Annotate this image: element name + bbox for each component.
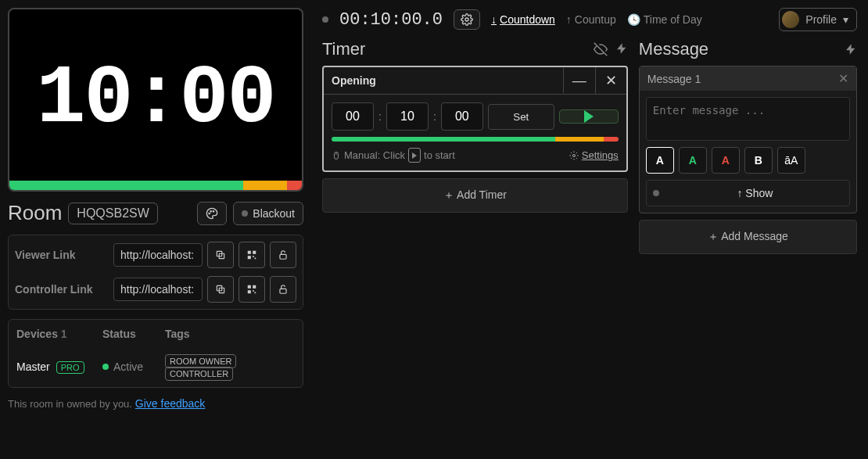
seconds-input[interactable]: [441, 102, 483, 131]
manual-hint: Manual: Click to start: [332, 148, 455, 163]
close-button[interactable]: ✕: [838, 71, 848, 86]
owned-text: This room in owned by you.: [8, 398, 132, 410]
status-dot-icon: [102, 364, 109, 370]
pro-badge: PRO: [56, 361, 84, 374]
progress-strip: [9, 181, 302, 190]
profile-button[interactable]: Profile ▾: [779, 8, 857, 31]
hours-input[interactable]: [332, 102, 374, 131]
style-bold-button[interactable]: B: [744, 147, 773, 174]
style-red-button[interactable]: A: [712, 147, 740, 174]
style-case-button[interactable]: āA: [777, 147, 805, 174]
gear-icon: [461, 13, 473, 26]
tags-header: Tags: [165, 328, 295, 340]
svg-point-2: [213, 210, 214, 211]
mode-time-of-day[interactable]: 🕓 Time of Day: [627, 13, 702, 26]
timer-display: 10:00: [8, 8, 303, 192]
palette-button[interactable]: [197, 202, 227, 225]
svg-rect-14: [253, 285, 256, 289]
minimize-button[interactable]: —: [564, 68, 595, 94]
svg-point-22: [572, 154, 575, 156]
show-button[interactable]: ↑ Show: [667, 187, 843, 199]
svg-point-1: [210, 210, 211, 211]
add-timer-button[interactable]: ＋ Add Timer: [322, 178, 628, 213]
controller-link-label: Controller Link: [15, 283, 109, 296]
controller-link-input[interactable]: [113, 278, 203, 301]
set-button[interactable]: Set: [488, 104, 554, 130]
lock-controller-button[interactable]: [270, 276, 296, 303]
qr-viewer-button[interactable]: [239, 242, 265, 268]
arrow-down-icon: ↓: [491, 13, 497, 26]
dot-icon: [242, 210, 248, 217]
message-panel-title: Message: [639, 39, 708, 59]
plus-icon: ＋: [443, 188, 454, 201]
tag-pill: CONTROLLER: [165, 367, 233, 381]
mouse-icon: [332, 151, 341, 160]
timer-settings-link[interactable]: Settings: [582, 149, 619, 161]
svg-rect-18: [280, 289, 286, 293]
timer-name[interactable]: Opening: [324, 68, 564, 93]
eye-off-icon[interactable]: [594, 42, 608, 56]
close-button[interactable]: ✕: [595, 67, 626, 94]
add-message-button[interactable]: ＋ Add Message: [639, 220, 857, 254]
copy-icon: [215, 249, 226, 260]
style-white-button[interactable]: A: [646, 147, 674, 174]
device-row: Master PRO Active ROOM OWNER CONTROLLER: [9, 348, 303, 387]
timer-big-time: 10:00: [36, 53, 274, 146]
device-status: Active: [113, 360, 143, 373]
svg-point-0: [209, 213, 210, 213]
mode-countup[interactable]: ↑ Countup: [566, 13, 616, 26]
svg-rect-17: [255, 292, 256, 294]
qr-icon: [246, 249, 257, 260]
palette-icon: [206, 207, 218, 220]
play-icon: [584, 110, 594, 123]
unlock-icon: [278, 249, 289, 260]
copy-icon: [215, 284, 226, 295]
room-code[interactable]: HQQSB2SW: [68, 203, 157, 224]
message-textarea[interactable]: [646, 97, 850, 141]
qr-controller-button[interactable]: [239, 276, 265, 303]
lock-viewer-button[interactable]: [270, 242, 296, 268]
minutes-input[interactable]: [386, 102, 429, 131]
devices-header: Devices: [16, 328, 58, 340]
message-card: Message 1 ✕ A A A B āA: [639, 66, 857, 213]
arrow-up-icon: ↑: [737, 187, 742, 199]
devices-count: 1: [61, 328, 67, 340]
blackout-label: Blackout: [253, 207, 295, 220]
svg-point-19: [465, 18, 468, 21]
avatar: [782, 11, 799, 28]
svg-rect-16: [253, 290, 254, 292]
copy-controller-button[interactable]: [207, 276, 234, 303]
svg-rect-5: [248, 251, 251, 254]
style-green-button[interactable]: A: [679, 147, 707, 174]
viewer-link-input[interactable]: [113, 243, 203, 267]
status-header: Status: [102, 328, 165, 340]
viewer-link-label: Viewer Link: [15, 249, 109, 261]
svg-rect-7: [248, 256, 251, 259]
unlock-icon: [278, 284, 289, 295]
mode-countdown[interactable]: ↓ Countdown: [491, 13, 555, 26]
svg-rect-8: [253, 256, 254, 257]
status-dot-icon: [322, 16, 328, 23]
svg-rect-9: [255, 258, 256, 260]
settings-button[interactable]: [454, 9, 480, 30]
plus-icon: ＋: [708, 230, 719, 242]
bolt-icon[interactable]: [845, 43, 857, 56]
room-label: Room: [8, 201, 62, 225]
profile-label: Profile: [805, 13, 837, 26]
bolt-icon[interactable]: [615, 42, 628, 56]
device-name: Master: [16, 360, 50, 373]
play-button[interactable]: [559, 109, 619, 124]
timer-panel-title: Timer: [322, 39, 365, 59]
gear-icon: [569, 151, 579, 160]
arrow-up-icon: ↑: [566, 13, 572, 26]
copy-viewer-button[interactable]: [207, 242, 234, 268]
svg-rect-6: [253, 251, 256, 254]
qr-icon: [246, 284, 257, 295]
chevron-down-icon: ▾: [843, 13, 848, 26]
blackout-button[interactable]: Blackout: [233, 202, 303, 225]
message-name[interactable]: Message 1: [647, 73, 701, 85]
svg-rect-15: [248, 290, 251, 293]
feedback-link[interactable]: Give feedback: [135, 397, 206, 410]
timer-card: Opening — ✕ : : Set: [322, 66, 628, 172]
svg-rect-13: [248, 285, 251, 289]
